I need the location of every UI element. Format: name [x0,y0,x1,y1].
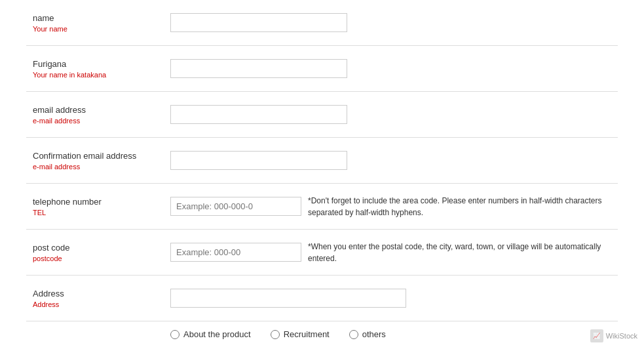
address-label-col: Address Address [26,289,170,308]
radio-product-option[interactable]: About the product [170,329,251,339]
email-input[interactable] [170,105,347,124]
name-input-col [170,13,618,32]
postcode-label: post code [33,243,170,253]
email-sublabel: e-mail address [33,117,170,125]
watermark-text: WikiStock [606,332,637,340]
watermark-icon: 📈 [590,329,603,342]
furigana-input-col [170,59,618,78]
postcode-input-col: *When you enter the postal code, the cit… [170,241,618,264]
name-label-col: name Your name [26,13,170,33]
telephone-input-col: *Don't forget to include the area code. … [170,195,618,218]
name-label: name [33,13,170,23]
address-sublabel: Address [33,300,170,308]
telephone-label-col: telephone number TEL [26,197,170,216]
furigana-input[interactable] [170,59,347,78]
confirm-email-label: Confirmation email address [33,151,170,161]
address-row: Address Address [26,276,618,321]
postcode-input[interactable] [170,243,301,262]
postcode-row: post code postcode *When you enter the p… [26,230,618,276]
watermark: 📈 WikiStock [590,329,637,342]
furigana-row: Furigana Your name in katakana [26,46,618,92]
confirm-email-label-col: Confirmation email address e-mail addres… [26,151,170,171]
postcode-hint: *When you enter the postal code, the cit… [308,241,618,264]
postcode-label-col: post code postcode [26,243,170,262]
furigana-sublabel: Your name in katakana [33,71,170,79]
email-label-col: email address e-mail address [26,105,170,125]
confirm-email-sublabel: e-mail address [33,163,170,171]
telephone-label: telephone number [33,197,170,207]
address-input[interactable] [170,289,406,308]
furigana-label-col: Furigana Your name in katakana [26,59,170,79]
address-label: Address [33,289,170,298]
radio-others-option[interactable]: others [349,329,386,339]
radio-product-label: About the product [183,329,251,339]
name-row: name Your name [26,0,618,46]
telephone-input[interactable] [170,197,301,216]
address-input-col [170,289,618,308]
telephone-sublabel: TEL [33,209,170,216]
confirm-email-input-col [170,151,618,170]
radio-product-input[interactable] [170,330,180,339]
telephone-row: telephone number TEL *Don't forget to in… [26,184,618,230]
name-sublabel: Your name [33,25,170,33]
radio-recruitment-option[interactable]: Recruitment [271,329,330,339]
name-input[interactable] [170,13,347,32]
radio-others-label: others [362,329,386,339]
telephone-hint: *Don't forget to include the area code. … [308,195,618,218]
email-input-col [170,105,618,124]
radio-recruitment-label: Recruitment [284,329,330,339]
postcode-sublabel: postcode [33,255,170,262]
furigana-label: Furigana [33,59,170,69]
inquiry-type-row: About the product Recruitment others [26,321,618,347]
email-label: email address [33,105,170,115]
confirm-email-input[interactable] [170,151,347,170]
email-row: email address e-mail address [26,92,618,138]
contact-form: name Your name Furigana Your name in kat… [0,0,644,347]
confirm-email-row: Confirmation email address e-mail addres… [26,138,618,184]
radio-recruitment-input[interactable] [271,330,280,339]
radio-others-input[interactable] [349,330,358,339]
